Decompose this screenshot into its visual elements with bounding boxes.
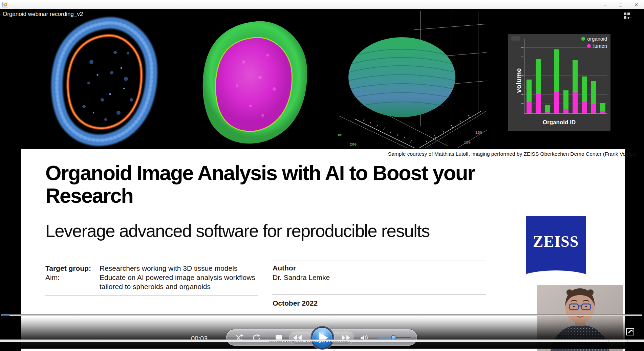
repeat-button[interactable] <box>250 330 262 346</box>
y-tick <box>521 66 523 66</box>
y-tick <box>521 103 523 104</box>
zeiss-logo: ZEISS <box>526 216 586 278</box>
stop-button[interactable] <box>273 330 285 346</box>
mute-button[interactable] <box>359 330 371 346</box>
date-text: October 2022 <box>273 299 318 307</box>
background-window-text: Imaging Software, Lightsheet Microscopy <box>269 340 350 342</box>
playback-controls-bar <box>226 329 417 346</box>
axis-label: 160 <box>475 131 482 135</box>
bar-segment-lumen <box>527 102 532 113</box>
wmp-play-glyph <box>5 4 6 6</box>
sample-credit-text: Sample courtesy of Matthias Lutolf, imag… <box>372 151 636 157</box>
stacked-bar <box>600 103 605 113</box>
bar-segment-organoid <box>582 76 587 102</box>
slide-title: Organoid Image Analysis with AI to Boost… <box>45 162 475 207</box>
y-tick <box>521 85 523 85</box>
legend-entry: organoid <box>581 36 607 42</box>
bar-segment-lumen <box>545 112 550 113</box>
y-tick <box>521 75 523 76</box>
divider <box>272 261 486 261</box>
target-group-label: Target group: <box>45 264 91 272</box>
chart-legend: organoidlumen <box>581 36 607 50</box>
switch-to-library-icon[interactable] <box>624 13 633 21</box>
seek-bar[interactable] <box>1 314 642 316</box>
bar-segment-lumen <box>591 104 596 113</box>
author-value: Dr. Sandra Lemke <box>273 273 330 282</box>
legend-label: organoid <box>587 36 607 42</box>
stacked-bar <box>582 76 587 113</box>
3d-volume-render: 60 200 120 160 <box>336 11 487 148</box>
legend-dot <box>587 44 591 48</box>
bar-segment-lumen <box>582 102 587 113</box>
author-label: Author <box>273 264 296 272</box>
target-group-value: Researchers working with 3D tissue model… <box>100 264 237 272</box>
stacked-bar <box>527 80 532 113</box>
bar-segment-organoid <box>536 59 541 94</box>
chart-y-axis-label: volume <box>515 68 523 93</box>
maximize-icon <box>619 3 622 6</box>
media-player-window: – ✕ Organoid webinar recording_v2 <box>0 0 644 351</box>
background-window-sliver: Imaging Software, Lightsheet Microscopy <box>0 339 644 342</box>
bar-segment-organoid <box>591 81 596 105</box>
stacked-bar <box>545 105 550 113</box>
divider <box>608 340 609 342</box>
aim-value-line2: tailored to spheroids and organoids <box>100 283 211 291</box>
microscopy-image-fluorescence <box>41 11 173 148</box>
stacked-bar <box>591 81 596 113</box>
bar-segment-organoid <box>527 80 532 102</box>
slide-subtitle: Leverage advanced software for reproduci… <box>45 221 430 241</box>
maximize-button[interactable] <box>613 0 628 9</box>
y-tick <box>521 47 523 48</box>
rewind-button[interactable] <box>290 330 305 346</box>
chart-x-axis-label: Organoid ID <box>508 119 610 126</box>
volume-slider[interactable] <box>378 337 411 338</box>
bar-segment-organoid <box>554 49 559 91</box>
divider <box>272 294 486 295</box>
axis-label: 60 <box>338 133 342 137</box>
legend-dot <box>581 37 585 41</box>
divider <box>45 295 258 295</box>
microscopy-image-segmentation <box>183 11 331 148</box>
bar-segment-organoid <box>600 103 605 111</box>
seek-progress[interactable] <box>1 314 10 316</box>
legend-entry: lumen <box>581 43 607 49</box>
axis-label: 200 <box>350 142 357 147</box>
shuffle-button[interactable] <box>233 330 245 346</box>
bar-segment-lumen <box>536 94 541 113</box>
y-tick <box>521 94 523 95</box>
fast-forward-button[interactable] <box>338 330 353 346</box>
video-area: Organoid webinar recording_v2 <box>0 9 644 351</box>
bar-segment-organoid <box>545 105 550 112</box>
volume-bar-chart: volume organoidlumen Organoid ID <box>508 34 610 131</box>
bar-segment-lumen <box>554 92 559 113</box>
chart-artifact <box>511 36 520 41</box>
title-bar: – ✕ <box>0 0 644 9</box>
gridline <box>524 57 607 57</box>
wmp-app-icon[interactable] <box>2 2 8 7</box>
bar-segment-organoid <box>573 60 578 92</box>
bar-segment-lumen <box>573 92 578 113</box>
stacked-bar <box>554 49 559 113</box>
close-button[interactable]: ✕ <box>628 0 644 9</box>
y-tick <box>521 57 523 57</box>
stacked-bar <box>536 59 541 113</box>
bar-segment-organoid <box>563 90 568 108</box>
bar-segment-lumen <box>600 111 605 113</box>
aim-value-line1: Educate on AI powered image analysis wor… <box>100 273 255 282</box>
video-title-overlay: Organoid webinar recording_v2 <box>3 11 83 18</box>
axis-label: 120 <box>464 140 471 145</box>
divider <box>45 261 258 261</box>
legend-label: lumen <box>593 43 607 49</box>
stacked-bar <box>563 90 568 113</box>
fullscreen-icon[interactable] <box>626 328 634 335</box>
stacked-bar <box>573 60 578 113</box>
play-button[interactable] <box>312 327 333 349</box>
minimize-button[interactable]: – <box>597 0 613 9</box>
bar-segment-lumen <box>563 109 568 113</box>
aim-label: Aim: <box>45 273 60 282</box>
divider <box>627 340 628 342</box>
